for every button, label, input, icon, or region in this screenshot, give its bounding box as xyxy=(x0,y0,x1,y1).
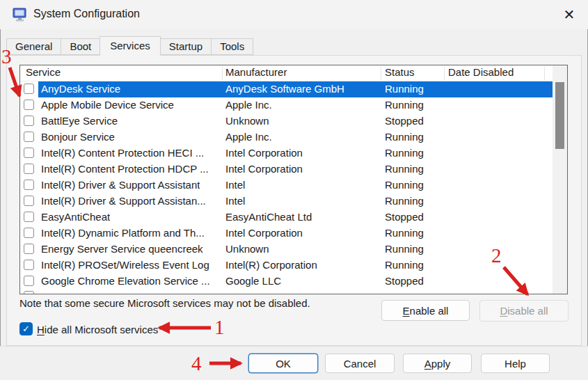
service-name: Energy Server Service queencreek xyxy=(41,243,203,255)
enable-all-button[interactable]: Enable all xyxy=(381,300,470,321)
title-bar: System Configuration ✕ xyxy=(0,0,588,29)
service-row-strip: Intel(R) Driver & Support Assistan...Int… xyxy=(38,193,553,209)
service-status: Running xyxy=(385,243,424,255)
service-checkbox[interactable] xyxy=(24,164,34,174)
system-configuration-window: System Configuration ✕ General Boot Serv… xyxy=(0,0,588,380)
service-name: Intel(R) Content Protection HECI ... xyxy=(41,147,204,159)
service-status: Stopped xyxy=(385,115,424,127)
service-row[interactable]: AnyDesk ServiceAnyDesk Software GmbHRunn… xyxy=(20,81,567,97)
service-row-strip: EasyAntiCheatEasyAntiCheat LtdStopped xyxy=(38,209,553,225)
service-row-strip: Intel(R) PROSet/Wireless Event LogIntel(… xyxy=(38,258,553,274)
service-name: Intel(R) Driver & Support Assistant xyxy=(41,179,200,191)
hide-all-checkbox[interactable]: ✓ xyxy=(19,322,33,335)
service-status: Stopped xyxy=(385,211,424,223)
service-checkbox[interactable] xyxy=(24,100,34,110)
column-divider[interactable] xyxy=(544,67,545,80)
service-checkbox[interactable] xyxy=(24,260,34,270)
service-row[interactable]: Energy Server Service queencreekUnknownR… xyxy=(20,242,567,258)
services-list-header: Service Manufacturer Status Date Disable… xyxy=(20,65,567,81)
microsoft-services-note: Note that some secure Microsoft services… xyxy=(19,297,310,309)
service-row[interactable]: Intel(R) Dynamic Platform and Th...Intel… xyxy=(20,225,567,242)
msconfig-icon xyxy=(12,6,29,23)
vertical-scrollbar[interactable] xyxy=(553,65,567,294)
service-name: Bonjour Service xyxy=(41,131,115,143)
service-row-strip: AnyDesk ServiceAnyDesk Software GmbHRunn… xyxy=(38,81,553,97)
service-checkbox[interactable] xyxy=(24,196,34,206)
service-status: Running xyxy=(385,227,424,239)
column-divider[interactable] xyxy=(381,67,381,80)
service-checkbox[interactable] xyxy=(24,212,34,222)
service-checkbox-partial xyxy=(24,291,34,294)
service-checkbox[interactable] xyxy=(24,116,34,126)
service-manufacturer: Unknown xyxy=(225,115,269,127)
column-header-service[interactable]: Service xyxy=(26,66,61,78)
service-checkbox[interactable] xyxy=(24,244,34,254)
service-row[interactable]: Intel(R) Content Protection HDCP ...Inte… xyxy=(20,161,567,177)
service-manufacturer: Intel(R) Corporation xyxy=(225,259,317,271)
service-status: Running xyxy=(385,99,424,111)
service-status: Running xyxy=(385,195,424,207)
service-name: Google Chrome Elevation Service ... xyxy=(41,275,210,287)
disable-all-button[interactable]: Disable all xyxy=(479,300,569,322)
hide-all-checkbox-label[interactable]: Hide all Microsoft services xyxy=(37,323,158,336)
tab-services[interactable]: Services xyxy=(100,36,161,56)
cancel-button[interactable]: Cancel xyxy=(325,354,395,373)
ok-button[interactable]: OK xyxy=(248,354,318,373)
service-status: Running xyxy=(385,259,424,271)
service-manufacturer: Intel xyxy=(225,179,245,191)
service-checkbox[interactable] xyxy=(24,180,34,190)
service-checkbox[interactable] xyxy=(24,84,34,94)
service-row[interactable]: Apple Mobile Device ServiceApple Inc.Run… xyxy=(20,97,567,113)
service-row[interactable]: Intel(R) Content Protection HECI ...Inte… xyxy=(20,145,567,161)
service-checkbox[interactable] xyxy=(24,132,34,142)
service-rows: AnyDesk ServiceAnyDesk Software GmbHRunn… xyxy=(20,81,567,290)
service-manufacturer: EasyAntiCheat Ltd xyxy=(225,211,312,223)
service-status: Stopped xyxy=(385,275,424,287)
service-name: Apple Mobile Device Service xyxy=(41,99,174,111)
service-row-strip: Bonjour ServiceApple Inc.Running xyxy=(38,129,553,145)
apply-button[interactable]: Apply xyxy=(403,354,472,373)
service-checkbox[interactable] xyxy=(24,276,34,286)
tab-general[interactable]: General xyxy=(6,38,61,55)
service-row-strip: Google Chrome Elevation Service ...Googl… xyxy=(38,274,553,290)
service-row[interactable]: BattlEye ServiceUnknownStopped xyxy=(20,113,567,129)
help-button[interactable]: Help xyxy=(481,354,550,373)
scrollbar-thumb[interactable] xyxy=(555,82,564,149)
service-name: EasyAntiCheat xyxy=(41,211,110,223)
column-divider[interactable] xyxy=(222,67,223,80)
tab-tools[interactable]: Tools xyxy=(211,38,253,55)
column-header-date-disabled[interactable]: Date Disabled xyxy=(448,66,514,78)
service-row[interactable]: Intel(R) PROSet/Wireless Event LogIntel(… xyxy=(20,258,567,274)
service-row[interactable]: Bonjour ServiceApple Inc.Running xyxy=(20,129,567,145)
service-name: Intel(R) Content Protection HDCP ... xyxy=(41,163,209,175)
service-status: Running xyxy=(385,179,424,191)
service-row[interactable]: EasyAntiCheatEasyAntiCheat LtdStopped xyxy=(20,209,567,225)
service-row[interactable]: Intel(R) Driver & Support AssistantIntel… xyxy=(20,177,567,193)
service-name: Intel(R) Driver & Support Assistan... xyxy=(41,195,206,207)
service-status: Running xyxy=(385,163,424,175)
column-divider[interactable] xyxy=(444,67,445,80)
tab-boot[interactable]: Boot xyxy=(61,38,100,55)
service-manufacturer: Intel xyxy=(225,195,245,207)
service-checkbox[interactable] xyxy=(24,148,34,158)
service-manufacturer: Intel Corporation xyxy=(225,147,303,159)
service-checkbox[interactable] xyxy=(24,228,34,238)
tab-startup[interactable]: Startup xyxy=(160,38,212,55)
service-manufacturer: Intel Corporation xyxy=(225,227,303,239)
service-row[interactable]: Intel(R) Driver & Support Assistan...Int… xyxy=(20,193,567,209)
service-name: BattlEye Service xyxy=(41,115,118,127)
column-header-status[interactable]: Status xyxy=(385,66,415,78)
service-status: Running xyxy=(385,83,424,95)
service-row-strip: BattlEye ServiceUnknownStopped xyxy=(38,113,553,129)
service-row[interactable]: Google Chrome Elevation Service ...Googl… xyxy=(20,274,567,290)
service-row-strip: Intel(R) Driver & Support AssistantIntel… xyxy=(38,177,553,193)
service-manufacturer: AnyDesk Software GmbH xyxy=(225,83,344,95)
service-row-strip: Apple Mobile Device ServiceApple Inc.Run… xyxy=(38,97,553,113)
column-header-manufacturer[interactable]: Manufacturer xyxy=(225,66,287,78)
service-row-strip: Energy Server Service queencreekUnknownR… xyxy=(38,242,553,258)
service-manufacturer: Apple Inc. xyxy=(225,131,272,143)
service-manufacturer: Apple Inc. xyxy=(225,99,272,111)
window-title: System Configuration xyxy=(33,0,140,28)
close-icon[interactable]: ✕ xyxy=(557,4,581,25)
service-name: Intel(R) PROSet/Wireless Event Log xyxy=(41,259,209,271)
